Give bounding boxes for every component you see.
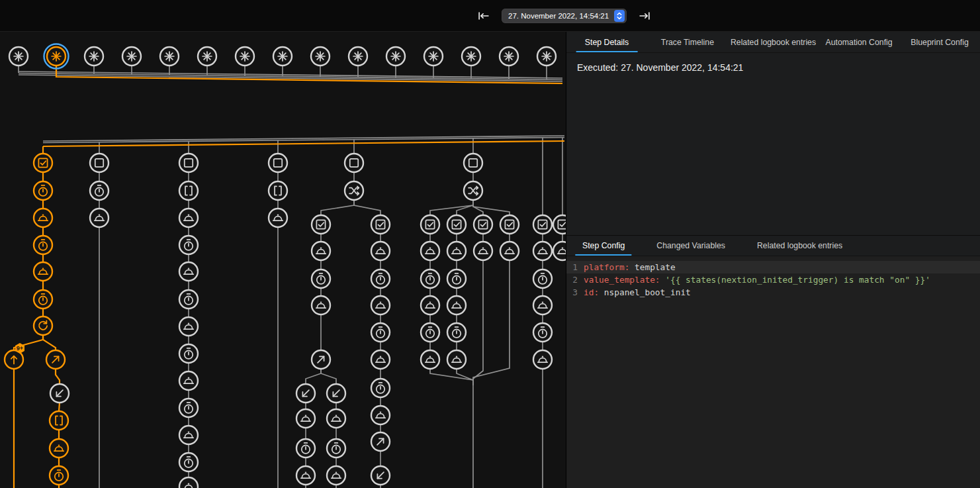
node-service[interactable] bbox=[371, 406, 390, 424]
node-trigger[interactable] bbox=[236, 47, 254, 66]
node-delay[interactable] bbox=[179, 399, 198, 417]
node-delay[interactable] bbox=[296, 439, 315, 458]
node-service[interactable] bbox=[553, 242, 566, 260]
tab-automation-config[interactable]: Automation Config bbox=[819, 32, 899, 52]
node-delay[interactable] bbox=[34, 236, 52, 254]
node-service[interactable] bbox=[50, 439, 68, 458]
node-delay[interactable] bbox=[371, 323, 390, 342]
node-service[interactable] bbox=[421, 242, 439, 260]
node-condition[interactable] bbox=[533, 215, 552, 234]
step-config-code-editor[interactable]: 1platform: template2value_template: '{{ … bbox=[566, 256, 980, 488]
node-condition[interactable] bbox=[34, 154, 52, 172]
node-trigger[interactable] bbox=[85, 47, 103, 66]
node-service[interactable] bbox=[371, 350, 390, 369]
node-delay[interactable] bbox=[533, 323, 552, 342]
node-service[interactable] bbox=[327, 466, 345, 485]
node-delay[interactable] bbox=[34, 290, 52, 309]
node-trigger[interactable] bbox=[160, 47, 179, 66]
node-shuffle[interactable] bbox=[464, 181, 482, 200]
node-service[interactable] bbox=[500, 242, 519, 260]
node-delay[interactable] bbox=[90, 181, 109, 200]
tab-changed-variables[interactable]: Changed Variables bbox=[641, 236, 741, 256]
node-service[interactable] bbox=[269, 209, 287, 227]
node-condition[interactable] bbox=[500, 215, 519, 234]
node-service[interactable] bbox=[447, 350, 466, 369]
node-refresh[interactable] bbox=[34, 317, 52, 335]
node-brackets[interactable] bbox=[50, 411, 68, 430]
node-trigger[interactable] bbox=[500, 47, 518, 66]
run-select[interactable]: 27. November 2022, 14:54:21 bbox=[502, 9, 627, 23]
node-trigger[interactable] bbox=[311, 47, 330, 66]
node-arrow-in[interactable] bbox=[50, 384, 69, 403]
node-delay[interactable] bbox=[421, 269, 439, 288]
node-trigger[interactable] bbox=[424, 47, 443, 66]
node-service[interactable] bbox=[296, 466, 315, 485]
node-delay[interactable] bbox=[533, 269, 552, 288]
node-service[interactable] bbox=[327, 409, 345, 428]
tab-step-config[interactable]: Step Config bbox=[566, 236, 641, 256]
node-service[interactable] bbox=[421, 296, 439, 315]
node-service[interactable] bbox=[312, 296, 330, 315]
node-service[interactable] bbox=[447, 296, 466, 315]
tab-related-logbook-entries[interactable]: Related logbook entries bbox=[741, 236, 858, 256]
node-arrow-out[interactable] bbox=[371, 432, 390, 451]
node-shuffle[interactable] bbox=[345, 181, 363, 200]
node-service[interactable] bbox=[533, 350, 552, 369]
node-delay[interactable] bbox=[179, 290, 198, 309]
node-delay[interactable] bbox=[50, 466, 68, 485]
previous-run-button[interactable] bbox=[472, 5, 495, 27]
node-service[interactable] bbox=[533, 242, 552, 260]
next-run-button[interactable] bbox=[633, 5, 656, 27]
node-condition[interactable] bbox=[553, 215, 566, 234]
node-trigger[interactable] bbox=[198, 47, 216, 66]
node-condition[interactable] bbox=[371, 215, 390, 234]
node-delay[interactable] bbox=[312, 269, 330, 288]
node-arrow-in[interactable] bbox=[327, 384, 345, 403]
tab-related-logbook-entries[interactable]: Related logbook entries bbox=[728, 32, 819, 52]
node-trigger[interactable] bbox=[273, 47, 292, 66]
node-brackets[interactable] bbox=[269, 181, 287, 200]
node-delay[interactable] bbox=[371, 269, 390, 288]
node-trigger[interactable] bbox=[462, 47, 480, 66]
node-arrow-in[interactable] bbox=[296, 384, 315, 403]
node-arrow-out[interactable] bbox=[46, 350, 65, 369]
node-service[interactable] bbox=[179, 317, 198, 336]
node-service[interactable] bbox=[90, 209, 109, 227]
node-service[interactable] bbox=[179, 477, 198, 488]
tab-blueprint-config[interactable]: Blueprint Config bbox=[899, 32, 980, 52]
node-service[interactable] bbox=[296, 409, 315, 428]
node-trigger[interactable] bbox=[9, 47, 28, 66]
node-delay[interactable] bbox=[179, 453, 198, 471]
node-service[interactable] bbox=[371, 242, 390, 260]
node-trigger[interactable] bbox=[122, 47, 141, 66]
tab-step-details[interactable]: Step Details bbox=[566, 32, 647, 52]
node-arrow-out[interactable] bbox=[312, 350, 330, 369]
node-condition[interactable] bbox=[312, 215, 330, 234]
node-service[interactable] bbox=[421, 350, 439, 369]
node-brackets[interactable] bbox=[179, 181, 198, 200]
node-condition[interactable] bbox=[421, 215, 439, 234]
node-delay[interactable] bbox=[447, 323, 466, 342]
node-trigger[interactable] bbox=[386, 47, 405, 66]
node-delay[interactable] bbox=[179, 344, 198, 363]
node-service[interactable] bbox=[34, 262, 52, 281]
node-service[interactable] bbox=[179, 371, 198, 390]
node-square[interactable] bbox=[464, 154, 482, 172]
node-service[interactable] bbox=[474, 242, 492, 260]
node-delay[interactable] bbox=[179, 236, 198, 254]
node-square[interactable] bbox=[345, 154, 363, 172]
node-trigger[interactable] bbox=[44, 44, 69, 69]
node-delay[interactable] bbox=[327, 439, 345, 458]
node-delay[interactable] bbox=[371, 379, 390, 397]
node-trigger[interactable] bbox=[349, 47, 367, 66]
node-square[interactable] bbox=[90, 154, 109, 172]
node-square[interactable] bbox=[269, 154, 287, 172]
node-service[interactable] bbox=[312, 242, 330, 260]
node-service[interactable] bbox=[447, 242, 466, 260]
node-service[interactable] bbox=[34, 209, 52, 227]
node-service[interactable] bbox=[179, 209, 198, 227]
node-delay[interactable] bbox=[421, 323, 439, 342]
node-service[interactable] bbox=[179, 426, 198, 444]
node-arrow-in[interactable] bbox=[371, 466, 390, 485]
node-trigger[interactable] bbox=[537, 47, 556, 66]
